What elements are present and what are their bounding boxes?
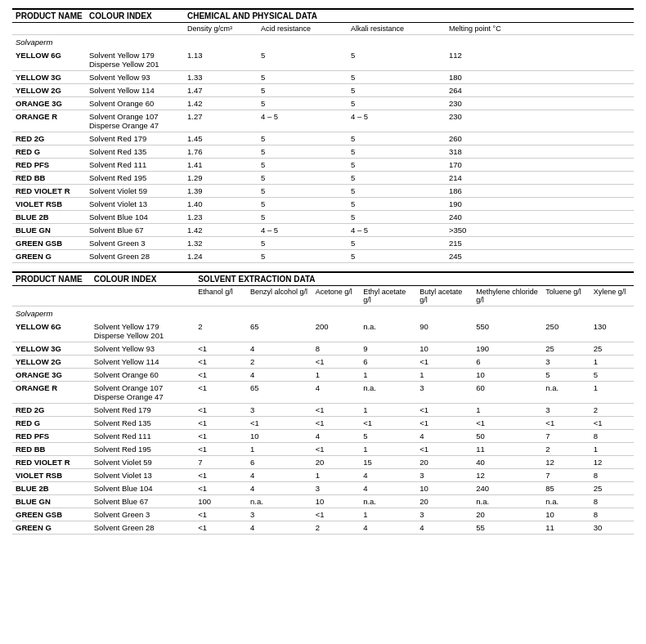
acetone-cell: <1 xyxy=(312,443,360,456)
colour-index-cell: Solvent Violet 13 xyxy=(91,469,195,482)
melting-cell: 112 xyxy=(446,49,634,71)
methylene-cell: 11 xyxy=(473,443,542,456)
methylene-cell: <1 xyxy=(473,417,542,430)
acid-cell: 5 xyxy=(258,132,348,145)
ethanol-cell: 7 xyxy=(195,456,247,469)
acid-cell: 5 xyxy=(258,185,348,198)
butyl-cell: <1 xyxy=(416,404,473,417)
alkali-cell: 5 xyxy=(348,237,446,250)
xylene-cell: 8 xyxy=(590,469,634,482)
product-name-cell: YELLOW 6G xyxy=(12,49,86,71)
ethanol-cell: <1 xyxy=(195,482,247,495)
acetone-cell: <1 xyxy=(312,356,360,369)
density-cell: 1.39 xyxy=(184,185,258,198)
colour-index-cell: Solvent Blue 104 xyxy=(86,211,184,224)
table-row: RED G Solvent Red 135 <1 <1 <1 <1 <1 <1 … xyxy=(12,417,634,430)
colour-index-cell: Solvent Yellow 93 xyxy=(86,71,184,84)
product-name-cell: RED VIOLET R xyxy=(12,185,86,198)
product-name-cell: YELLOW 3G xyxy=(12,71,86,84)
benzyl-cell: 65 xyxy=(247,320,312,342)
butyl-cell: 3 xyxy=(416,508,473,521)
methylene-cell: 40 xyxy=(473,456,542,469)
acid-cell: 5 xyxy=(258,97,348,110)
colour-index-cell: Solvent Orange 107Disperse Orange 47 xyxy=(86,110,184,132)
subh2-benzyl: Benzyl alcohol g/l xyxy=(247,286,312,306)
colour-index-cell: Solvent Yellow 179Disperse Yellow 201 xyxy=(86,49,184,71)
xylene-cell: 1 xyxy=(590,443,634,456)
density-cell: 1.42 xyxy=(184,97,258,110)
alkali-cell: 5 xyxy=(348,172,446,185)
acetone-cell: 3 xyxy=(312,482,360,495)
product-name-cell: GREEN G xyxy=(12,521,91,534)
ethyl-cell: 1 xyxy=(360,369,416,382)
methylene-cell: 55 xyxy=(473,521,542,534)
xylene-cell: <1 xyxy=(590,417,634,430)
colour-index-cell: Solvent Yellow 114 xyxy=(86,84,184,97)
product-name-cell: RED BB xyxy=(12,172,86,185)
ethanol-cell: <1 xyxy=(195,469,247,482)
ethanol-cell: <1 xyxy=(195,430,247,443)
product-name-cell: YELLOW 2G xyxy=(12,356,91,369)
acid-cell: 5 xyxy=(258,211,348,224)
benzyl-cell: 4 xyxy=(247,469,312,482)
table-row: RED VIOLET R Solvent Violet 59 1.39 5 5 … xyxy=(12,185,634,198)
colour-index-cell: Solvent Green 3 xyxy=(91,508,195,521)
table-row: VIOLET RSB Solvent Violet 13 <1 4 1 4 3 … xyxy=(12,469,634,482)
colour-index-cell: Solvent Yellow 179Disperse Yellow 201 xyxy=(91,320,195,342)
melting-cell: 180 xyxy=(446,71,634,84)
table-row: YELLOW 6G Solvent Yellow 179Disperse Yel… xyxy=(12,49,634,71)
product-name-cell: RED G xyxy=(12,145,86,159)
butyl-cell: <1 xyxy=(416,417,473,430)
product-name-cell: GREEN GSB xyxy=(12,237,86,250)
acid-cell: 5 xyxy=(258,145,348,159)
toluene-cell: 25 xyxy=(542,342,590,356)
colour-index-cell: Solvent Orange 60 xyxy=(91,369,195,382)
acetone-cell: 200 xyxy=(312,320,360,342)
colour-index-cell: Solvent Orange 107Disperse Orange 47 xyxy=(91,382,195,404)
acetone-cell: 10 xyxy=(312,495,360,508)
acid-cell: 5 xyxy=(258,198,348,211)
ethyl-cell: 6 xyxy=(360,356,416,369)
butyl-cell: 4 xyxy=(416,521,473,534)
colour-index-cell: Solvent Violet 59 xyxy=(91,456,195,469)
table-row: RED 2G Solvent Red 179 1.45 5 5 260 xyxy=(12,132,634,145)
acetone-cell: 8 xyxy=(312,342,360,356)
toluene-cell: 2 xyxy=(542,443,590,456)
ethanol-cell: <1 xyxy=(195,342,247,356)
colour-index-cell: Solvent Yellow 114 xyxy=(91,356,195,369)
butyl-cell: 4 xyxy=(416,430,473,443)
butyl-cell: 10 xyxy=(416,482,473,495)
acetone-cell: <1 xyxy=(312,417,360,430)
table-row: ORANGE 3G Solvent Orange 60 <1 4 1 1 1 1… xyxy=(12,369,634,382)
subh-density: Density g/cm³ xyxy=(184,23,258,35)
alkali-cell: 5 xyxy=(348,185,446,198)
table-row: RED G Solvent Red 135 1.76 5 5 318 xyxy=(12,145,634,159)
product-name-cell: RED VIOLET R xyxy=(12,456,91,469)
benzyl-cell: 2 xyxy=(247,356,312,369)
subh2-xylene: Xylene g/l xyxy=(590,286,634,306)
product-name-cell: YELLOW 2G xyxy=(12,84,86,97)
benzyl-cell: 4 xyxy=(247,342,312,356)
product-name-cell: RED PFS xyxy=(12,430,91,443)
product-name-cell: RED PFS xyxy=(12,159,86,172)
melting-cell: 260 xyxy=(446,132,634,145)
colour-index-cell: Solvent Yellow 93 xyxy=(91,342,195,356)
density-cell: 1.32 xyxy=(184,237,258,250)
table-row: RED 2G Solvent Red 179 <1 3 <1 1 <1 1 3 … xyxy=(12,404,634,417)
density-cell: 1.42 xyxy=(184,224,258,237)
toluene-cell: n.a. xyxy=(542,495,590,508)
product-name-cell: GREEN GSB xyxy=(12,508,91,521)
col-product-name: PRODUCT NAME xyxy=(12,9,86,23)
butyl-cell: <1 xyxy=(416,356,473,369)
alkali-cell: 4 – 5 xyxy=(348,224,446,237)
benzyl-cell: 6 xyxy=(247,456,312,469)
colour-index-cell: Solvent Green 3 xyxy=(86,237,184,250)
acid-cell: 4 – 5 xyxy=(258,110,348,132)
butyl-cell: 10 xyxy=(416,342,473,356)
benzyl-cell: 65 xyxy=(247,382,312,404)
xylene-cell: 8 xyxy=(590,430,634,443)
colour-index-cell: Solvent Violet 59 xyxy=(86,185,184,198)
solvaperm-label: Solvaperm xyxy=(12,35,86,50)
acid-cell: 5 xyxy=(258,49,348,71)
melting-cell: 230 xyxy=(446,97,634,110)
